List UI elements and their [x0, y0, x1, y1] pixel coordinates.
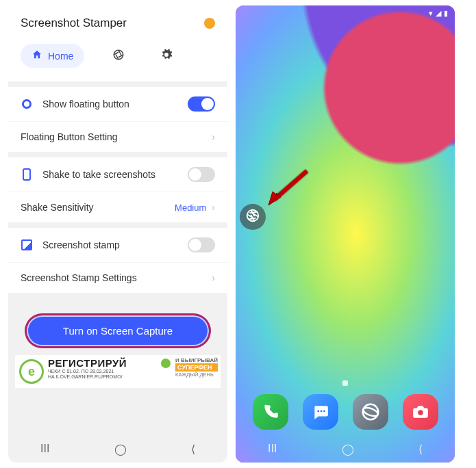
tab-bar: Home: [21, 44, 215, 68]
app-dock: [236, 394, 455, 430]
tab-home-label: Home: [48, 51, 73, 62]
nav-back[interactable]: ⟨: [191, 443, 195, 456]
setting-label: Screenshot stamp: [42, 239, 188, 250]
ad-right1: И ВЫИГРЫВАЙ: [175, 357, 218, 363]
setting-sub-label: Screenshot Stamp Settings: [21, 272, 212, 283]
app-settings-screen: Screenshot Stamper Home: [8, 5, 227, 463]
svg-point-3: [320, 411, 322, 413]
stamp-icon: [21, 239, 32, 250]
svg-point-4: [323, 411, 325, 413]
android-navbar: III ◯ ⟨: [8, 435, 227, 463]
page-indicator: [342, 380, 348, 386]
setting-sub-label: Floating Button Setting: [21, 131, 212, 142]
app-messages[interactable]: [303, 394, 338, 430]
setting-shake-sub[interactable]: Shake Sensitivity Medium ›: [8, 192, 227, 222]
phone-shake-icon: [23, 168, 31, 181]
ad-right3: КАЖДЫЙ ДЕНЬ: [175, 372, 218, 378]
setting-floating-button[interactable]: Show floating button: [8, 87, 227, 121]
nav-back[interactable]: ⟨: [418, 443, 423, 456]
app-camera[interactable]: [403, 394, 438, 430]
ad-headline: РЕГИСТРИРУЙ: [48, 357, 161, 369]
tab-home[interactable]: Home: [21, 44, 84, 68]
setting-sub-label: Shake Sensitivity: [21, 202, 175, 213]
toggle-floating[interactable]: [188, 96, 215, 112]
annotation-arrow-icon: [264, 167, 312, 211]
setting-floating-sub[interactable]: Floating Button Setting ›: [8, 121, 227, 152]
floating-capture-button[interactable]: [240, 204, 266, 230]
wifi-icon: ▾: [429, 9, 433, 18]
chevron-right-icon: ›: [212, 131, 215, 142]
ad-logo-icon: e: [19, 359, 44, 384]
setting-label: Show floating button: [42, 99, 188, 109]
radio-icon: [22, 99, 32, 109]
setting-value: Medium: [175, 203, 206, 213]
toggle-stamp[interactable]: [188, 237, 215, 252]
nav-home[interactable]: ◯: [114, 443, 127, 456]
svg-point-7: [418, 410, 423, 415]
tab-settings[interactable]: [153, 49, 180, 64]
app-phone[interactable]: [253, 394, 288, 430]
setting-stamp[interactable]: Screenshot stamp: [8, 228, 227, 262]
nav-recent[interactable]: III: [40, 443, 49, 455]
home-icon: [32, 49, 42, 62]
gear-icon: [160, 49, 173, 64]
ad-sub2: НА ILOVE.GARNIER.RU/PROMO/: [48, 374, 161, 380]
turn-on-capture-button[interactable]: Turn on Screen Capture: [25, 313, 211, 348]
aperture-icon: [245, 208, 260, 226]
aperture-icon: [112, 49, 125, 64]
setting-label: Shake to take screenshots: [42, 169, 188, 180]
signal-icon: ◢: [436, 9, 441, 18]
chevron-right-icon: ›: [212, 202, 215, 213]
chevron-right-icon: ›: [212, 272, 215, 283]
toggle-shake[interactable]: [188, 167, 215, 182]
homescreen: ▾ ◢ ▮: [236, 5, 455, 463]
ad-banner[interactable]: e РЕГИСТРИРУЙ ЧЕКИ С 01.02. ПО 28.02.202…: [15, 355, 221, 388]
status-bar: ▾ ◢ ▮: [236, 5, 455, 21]
nav-home[interactable]: ◯: [342, 443, 354, 456]
nav-recent[interactable]: III: [268, 443, 277, 455]
battery-icon: ▮: [444, 9, 448, 18]
tab-capture[interactable]: [105, 49, 132, 64]
setting-shake[interactable]: Shake to take screenshots: [8, 157, 227, 192]
ad-right2: СУПЕРФЕН: [175, 363, 218, 372]
setting-stamp-sub[interactable]: Screenshot Stamp Settings ›: [8, 262, 227, 293]
ad-pin-icon: [161, 359, 171, 368]
app-title: Screenshot Stamper: [21, 16, 127, 30]
app-header: Screenshot Stamper Home: [8, 5, 227, 81]
pro-badge-icon[interactable]: [204, 18, 215, 29]
app-browser[interactable]: [353, 394, 388, 430]
ad-sub1: ЧЕКИ С 01.02. ПО 28.02.2021: [48, 369, 161, 374]
svg-point-0: [114, 50, 124, 60]
android-navbar: III ◯ ⟨: [236, 435, 455, 463]
svg-point-2: [317, 411, 319, 413]
